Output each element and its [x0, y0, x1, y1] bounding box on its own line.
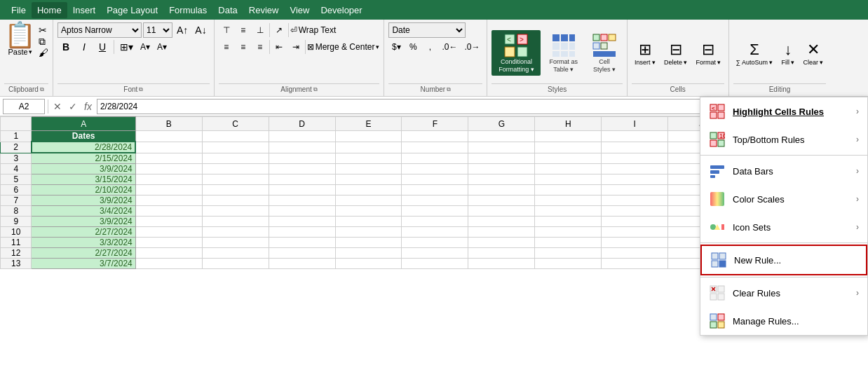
conditional-formatting-button[interactable]: < > ConditionalFormatting ▾ — [491, 30, 541, 76]
cell-b1[interactable] — [135, 131, 202, 142]
cell-a8[interactable]: 3/4/2024 — [32, 206, 135, 217]
cell-a1[interactable]: Dates — [32, 131, 135, 142]
paste-dropdown-icon[interactable]: ▾ — [29, 48, 32, 55]
top-bottom-rules-item[interactable]: 10 Top/Bottom Rules › — [700, 125, 867, 153]
cell-a13[interactable]: 3/7/2024 — [32, 259, 135, 269]
cell-e2[interactable] — [335, 142, 402, 153]
cell-h2[interactable] — [535, 142, 602, 153]
insert-function-button[interactable]: fx — [82, 101, 94, 112]
cell-a5[interactable]: 3/15/2024 — [32, 174, 135, 185]
data-bars-item[interactable]: Data Bars › — [700, 157, 867, 185]
menu-file[interactable]: File — [6, 2, 32, 18]
highlight-cells-rules-item[interactable]: < Highlight Cells Rules › — [700, 97, 867, 125]
number-format-select[interactable]: Date — [388, 22, 466, 38]
borders-button[interactable]: ⊞▾ — [117, 39, 136, 55]
increase-font-button[interactable]: A↑ — [174, 22, 191, 38]
align-middle-button[interactable]: ≡ — [236, 22, 251, 38]
format-button[interactable]: ⊟ Format ▾ — [693, 39, 724, 67]
icon-sets-item[interactable]: Icon Sets › — [700, 213, 867, 241]
cell-e1[interactable] — [335, 131, 402, 142]
cell-a2[interactable]: 2/28/2024 — [32, 142, 135, 153]
cell-g1[interactable] — [468, 131, 535, 142]
alignment-expand-icon[interactable]: ⧉ — [313, 86, 318, 93]
autosum-button[interactable]: Σ ∑ AutoSum ▾ — [733, 39, 776, 67]
clear-button[interactable]: ✕ Clear ▾ — [800, 39, 826, 67]
cell-styles-button[interactable]: CellStyles ▾ — [586, 30, 623, 76]
increase-decimal-button[interactable]: .0→ — [461, 39, 482, 55]
cell-d2[interactable] — [269, 142, 335, 153]
col-header-g[interactable]: G — [468, 117, 535, 131]
menu-insert[interactable]: Insert — [67, 2, 102, 18]
font-size-select[interactable]: 11 — [143, 22, 172, 38]
copy-button[interactable]: ⧉ — [39, 36, 48, 46]
cell-g2[interactable] — [468, 142, 535, 153]
col-header-i[interactable]: I — [602, 117, 668, 131]
merge-center-button[interactable]: ⊠ Merge & Center ▾ — [307, 42, 380, 52]
align-right-button[interactable]: ≡ — [252, 39, 268, 55]
menu-review[interactable]: Review — [243, 2, 285, 18]
currency-button[interactable]: $▾ — [388, 39, 404, 55]
align-bottom-button[interactable]: ⊥ — [252, 22, 268, 38]
cell-a3[interactable]: 2/15/2024 — [32, 153, 135, 164]
align-center-button[interactable]: ≡ — [236, 39, 251, 55]
cell-b2[interactable] — [135, 142, 202, 153]
delete-button[interactable]: ⊟ Delete ▾ — [661, 39, 691, 67]
font-expand-icon[interactable]: ⧉ — [139, 86, 143, 93]
decrease-font-button[interactable]: A↓ — [192, 22, 209, 38]
align-left-button[interactable]: ≡ — [219, 39, 234, 55]
new-rule-item[interactable]: New Rule... — [700, 245, 867, 275]
confirm-formula-button[interactable]: ✓ — [67, 101, 79, 112]
fill-button[interactable]: ↓ Fill ▾ — [778, 39, 797, 67]
format-as-table-button[interactable]: Format asTable ▾ — [543, 30, 583, 76]
bold-button[interactable]: B — [57, 39, 74, 55]
increase-indent-button[interactable]: ⇥ — [288, 39, 304, 55]
align-top-button[interactable]: ⊤ — [219, 22, 234, 38]
col-header-b[interactable]: B — [135, 117, 202, 131]
cell-a12[interactable]: 2/27/2024 — [32, 248, 135, 259]
cell-f2[interactable] — [402, 142, 468, 153]
col-header-h[interactable]: H — [535, 117, 602, 131]
menu-home[interactable]: Home — [32, 2, 67, 18]
cell-reference-box[interactable] — [3, 99, 45, 114]
cell-h1[interactable] — [535, 131, 602, 142]
color-scales-item[interactable]: Color Scales › — [700, 185, 867, 213]
cell-c1[interactable] — [202, 131, 269, 142]
cell-d1[interactable] — [269, 131, 335, 142]
menu-pagelayout[interactable]: Page Layout — [101, 2, 163, 18]
clear-rules-item[interactable]: Clear Rules › — [700, 279, 867, 307]
cell-i1[interactable] — [602, 131, 668, 142]
decrease-indent-button[interactable]: ⇤ — [271, 39, 287, 55]
col-header-c[interactable]: C — [202, 117, 269, 131]
font-color-button[interactable]: A▾ — [154, 39, 170, 55]
italic-button[interactable]: I — [76, 39, 93, 55]
cell-f1[interactable] — [402, 131, 468, 142]
cancel-formula-button[interactable]: ✕ — [51, 101, 64, 112]
cell-a11[interactable]: 3/3/2024 — [32, 238, 135, 248]
cell-i2[interactable] — [602, 142, 668, 153]
wrap-text-button[interactable]: ⏎ Wrap Text — [290, 25, 337, 35]
orientation-button[interactable]: ↗ — [271, 22, 287, 38]
menu-data[interactable]: Data — [212, 2, 243, 18]
insert-button[interactable]: ⊞ Insert ▾ — [632, 39, 658, 67]
underline-button[interactable]: U — [94, 39, 111, 55]
cell-a4[interactable]: 3/9/2024 — [32, 164, 135, 174]
cut-button[interactable]: ✂ — [39, 25, 48, 35]
comma-button[interactable]: , — [422, 39, 438, 55]
paste-button[interactable]: 📋 Paste ▾ — [4, 22, 36, 83]
menu-view[interactable]: View — [284, 2, 315, 18]
cell-a6[interactable]: 2/10/2024 — [32, 185, 135, 196]
font-name-select[interactable]: Aptos Narrow — [57, 22, 142, 38]
format-painter-button[interactable]: 🖌 — [39, 48, 48, 57]
percent-button[interactable]: % — [405, 39, 421, 55]
col-header-f[interactable]: F — [402, 117, 468, 131]
col-header-d[interactable]: D — [269, 117, 335, 131]
number-expand-icon[interactable]: ⧉ — [447, 86, 451, 93]
manage-rules-item[interactable]: Manage Rules... — [700, 307, 867, 335]
col-header-e[interactable]: E — [335, 117, 402, 131]
cell-c2[interactable] — [202, 142, 269, 153]
menu-developer[interactable]: Developer — [315, 2, 367, 18]
cell-a10[interactable]: 2/27/2024 — [32, 227, 135, 238]
col-header-a[interactable]: A — [32, 117, 135, 131]
cell-a9[interactable]: 3/9/2024 — [32, 217, 135, 227]
menu-formulas[interactable]: Formulas — [163, 2, 212, 18]
